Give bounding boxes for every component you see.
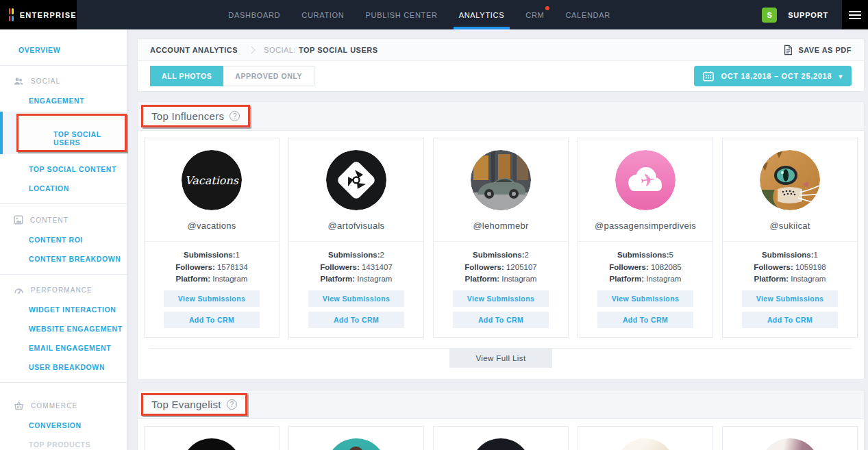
top-influencers-panel: Vacations @vacations Submissions:1 Follo… (137, 131, 865, 379)
followers-stat: Followers: 1431407 (289, 262, 423, 274)
list-footer: View Full List (149, 348, 852, 373)
sidebar-item-overview[interactable]: OVERVIEW (18, 46, 127, 54)
submissions-stat: Submissions:5 (578, 249, 712, 262)
add-to-crm-button[interactable]: Add To CRM (453, 312, 548, 328)
sidebar-item-conversion[interactable]: CONVERSION (29, 421, 127, 429)
influencer-cards-grid: Vacations @vacations Submissions:1 Follo… (144, 138, 858, 338)
influencer-card: @sukiicat Submissions:1 Followers: 10591… (722, 138, 858, 338)
chevron-right-icon (247, 46, 255, 53)
influencer-card: Vacations @vacations Submissions:1 Follo… (144, 138, 280, 338)
save-as-pdf-button[interactable]: SAVE AS PDF (783, 45, 852, 55)
breadcrumb-current: TOP SOCIAL USERS (299, 46, 378, 54)
add-to-crm-button[interactable]: Add To CRM (597, 312, 693, 328)
user-handle: @passagensimperdiveis (578, 221, 712, 231)
brand-logo[interactable]: ENTERPRISE (0, 0, 77, 29)
influencer-card: @lehommebr Submissions:2 Followers: 1205… (433, 138, 569, 338)
avatar (326, 438, 386, 450)
top-evangelist-header: Top Evangelist ? (137, 390, 865, 419)
sidebar-item-top-social-users[interactable]: TOP SOCIAL USERS (0, 112, 127, 154)
basket-icon (14, 401, 24, 410)
calendar-icon (703, 71, 714, 82)
avatar (326, 150, 386, 210)
add-to-crm-button[interactable]: Add To CRM (308, 312, 404, 328)
nav-analytics[interactable]: ANALYTICS (459, 0, 505, 29)
date-range-label: OCT 18,2018 – OCT 25,2018 (721, 72, 832, 80)
nav-crm-label: CRM (525, 11, 544, 19)
sidebar-group-title: SOCIAL (31, 77, 60, 85)
sidebar-item-engagement[interactable]: ENGAGEMENT (29, 97, 127, 105)
users-icon (14, 77, 24, 86)
header-panel: ACCOUNT ANALYTICS SOCIAL: TOP SOCIAL USE… (137, 38, 865, 92)
top-navigation-bar: ENTERPRISE DASHBOARD CURATION PUBLISH CE… (0, 0, 868, 29)
view-submissions-button[interactable]: View Submissions (742, 290, 837, 307)
user-handle: @lehommebr (434, 221, 568, 231)
filter-row: ALL PHOTOS APPROVED ONLY OCT 18,2018 – O… (138, 61, 864, 91)
sidebar-item-email-engagement[interactable]: EMAIL ENGAGEMENT (29, 344, 127, 352)
user-avatar[interactable]: S (762, 8, 777, 23)
submissions-stat: Submissions:1 (145, 249, 279, 262)
divider (0, 65, 127, 66)
sidebar-item-user-breakdown[interactable]: USER BREAKDOWN (29, 363, 127, 371)
evangelist-card (722, 426, 858, 450)
help-icon[interactable]: ? (230, 111, 240, 121)
breadcrumb-account-analytics[interactable]: ACCOUNT ANALYTICS (150, 46, 238, 54)
evangelist-card (288, 426, 424, 450)
avatar (182, 438, 242, 450)
sidebar-item-widget-interaction[interactable]: WIDGET INTERACTION (29, 305, 127, 314)
sidebar-item-website-engagement[interactable]: WEBSITE ENGAGEMENT (29, 325, 127, 333)
view-submissions-button[interactable]: View Submissions (597, 290, 693, 307)
chevron-down-icon: ▾ (839, 73, 843, 80)
influencer-card: ✈ @passagensimperdiveis Submissions:5 Fo… (578, 138, 713, 338)
main-nav: DASHBOARD CURATION PUBLISH CENTER ANALYT… (77, 0, 762, 29)
submissions-stat: Submissions:1 (723, 249, 857, 262)
plane-icon: ✈ (639, 169, 657, 192)
tab-approved-only[interactable]: APPROVED ONLY (223, 66, 314, 86)
nav-curation[interactable]: CURATION (301, 0, 344, 29)
followers-stat: Followers: 1059198 (723, 262, 857, 274)
sidebar-item-top-social-content[interactable]: TOP SOCIAL CONTENT (29, 165, 127, 173)
notification-dot (545, 6, 549, 10)
sidebar-item-content-breakdown[interactable]: CONTENT BREAKDOWN (29, 255, 127, 263)
top-influencers-header: Top Influencers ? (137, 101, 865, 131)
sidebar-group-title: PERFORMANCE (31, 286, 92, 294)
sidebar-item-location[interactable]: LOCATION (29, 184, 127, 192)
section-title: Top Evangelist (151, 399, 221, 410)
followers-stat: Followers: 1205107 (434, 262, 568, 274)
sidebar-group-commerce: COMMERCE (14, 401, 127, 410)
tab-all-photos[interactable]: ALL PHOTOS (150, 66, 223, 86)
followers-stat: Followers: 1082085 (578, 262, 712, 274)
nav-publish-center[interactable]: PUBLISH CENTER (365, 0, 437, 29)
add-to-crm-button[interactable]: Add To CRM (164, 312, 259, 328)
view-submissions-button[interactable]: View Submissions (453, 290, 548, 307)
view-submissions-button[interactable]: View Submissions (164, 290, 259, 307)
platform-stat: Platform: Instagram (145, 273, 279, 286)
platform-stat: Platform: Instagram (723, 273, 857, 286)
sidebar-group-title: CONTENT (30, 216, 69, 224)
date-range-picker[interactable]: OCT 18,2018 – OCT 25,2018 ▾ (694, 66, 852, 86)
sidebar: OVERVIEW SOCIAL ENGAGEMENT TOP SOCIAL US… (0, 29, 127, 450)
document-icon (783, 45, 793, 55)
picture-icon (14, 215, 23, 225)
avatar: Vacations (182, 150, 242, 210)
view-full-list-button[interactable]: View Full List (449, 349, 551, 368)
nav-dashboard[interactable]: DASHBOARD (228, 0, 280, 29)
help-icon[interactable]: ? (227, 399, 237, 410)
sidebar-item-content-roi[interactable]: CONTENT ROI (29, 236, 127, 244)
support-link[interactable]: SUPPORT (788, 11, 828, 19)
annotation-highlight: TOP SOCIAL USERS (16, 114, 127, 152)
divider (0, 382, 127, 383)
followers-stat: Followers: 1578134 (145, 262, 279, 274)
view-submissions-button[interactable]: View Submissions (308, 290, 404, 307)
main-content: ACCOUNT ANALYTICS SOCIAL: TOP SOCIAL USE… (137, 38, 865, 450)
top-evangelist-panel (137, 419, 865, 450)
avatar (760, 150, 820, 210)
topbar-right: S SUPPORT (762, 0, 868, 29)
section-title: Top Influencers (151, 110, 224, 122)
nav-crm[interactable]: CRM (525, 0, 544, 29)
avatar: ✈ (615, 150, 675, 210)
gauge-icon (14, 286, 24, 295)
nav-calendar[interactable]: CALENDAR (565, 0, 610, 29)
breadcrumb-section: SOCIAL: (264, 46, 296, 54)
add-to-crm-button[interactable]: Add To CRM (742, 312, 837, 328)
hamburger-menu-icon[interactable] (842, 0, 868, 29)
